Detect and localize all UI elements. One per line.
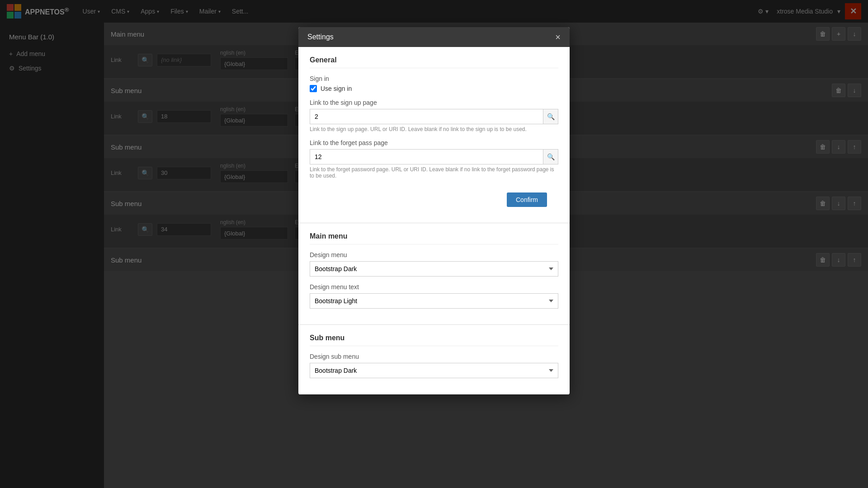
signup-link-input[interactable] [310,109,543,124]
modal-header: Settings × [298,27,570,47]
design-menu-text-select[interactable]: Bootstrap Light Bootstrap Dark Default [310,293,558,309]
general-confirm-row: Confirm [310,186,558,214]
modal-close-button[interactable]: × [555,33,561,42]
signup-link-hint: Link to the sign up page. URL or URI ID.… [310,126,558,132]
forgetpass-link-search-btn[interactable]: 🔍 [543,149,558,164]
search-icon-2: 🔍 [547,153,555,160]
signup-link-search-btn[interactable]: 🔍 [543,109,558,124]
signin-row: Use sign in [310,85,558,92]
settings-modal: Settings × General Sign in Use sign in L… [298,27,570,394]
modal-backdrop: Settings × General Sign in Use sign in L… [0,0,868,488]
modal-title: Settings [307,33,334,41]
design-sub-menu-group: Design sub menu Bootstrap Dark Bootstrap… [310,353,558,378]
search-icon: 🔍 [547,113,555,120]
use-signin-checkbox[interactable] [310,85,317,92]
signup-link-input-row: 🔍 [310,109,558,124]
forgetpass-link-input[interactable] [310,149,543,164]
design-sub-menu-select[interactable]: Bootstrap Dark Bootstrap Light Default [310,363,558,378]
signin-group: Sign in Use sign in [310,75,558,92]
design-menu-select[interactable]: Bootstrap Dark Bootstrap Light Default [310,261,558,277]
sub-menu-settings-title: Sub menu [310,334,558,346]
design-menu-label: Design menu [310,251,558,258]
forgetpass-link-input-row: 🔍 [310,149,558,164]
sub-menu-settings-section: Sub menu Design sub menu Bootstrap Dark … [298,325,570,394]
general-section: General Sign in Use sign in Link to the … [298,47,570,223]
design-menu-group: Design menu Bootstrap Dark Bootstrap Lig… [310,251,558,277]
design-sub-menu-label: Design sub menu [310,353,558,360]
forgetpass-link-hint: Link to the forget password page. URL or… [310,166,558,179]
modal-body: General Sign in Use sign in Link to the … [298,47,570,394]
main-menu-settings-section: Main menu Design menu Bootstrap Dark Boo… [298,223,570,325]
main-menu-settings-title: Main menu [310,232,558,244]
confirm-button[interactable]: Confirm [507,192,547,207]
signup-link-group: Link to the sign up page 🔍 Link to the s… [310,99,558,132]
forgetpass-link-group: Link to the forget pass page 🔍 Link to t… [310,139,558,179]
signin-section-label: Sign in [310,75,558,82]
design-menu-text-group: Design menu text Bootstrap Light Bootstr… [310,283,558,309]
use-signin-label: Use sign in [321,85,352,92]
signup-link-label: Link to the sign up page [310,99,558,106]
design-menu-text-label: Design menu text [310,283,558,291]
forgetpass-link-label: Link to the forget pass page [310,139,558,146]
general-title: General [310,56,558,68]
